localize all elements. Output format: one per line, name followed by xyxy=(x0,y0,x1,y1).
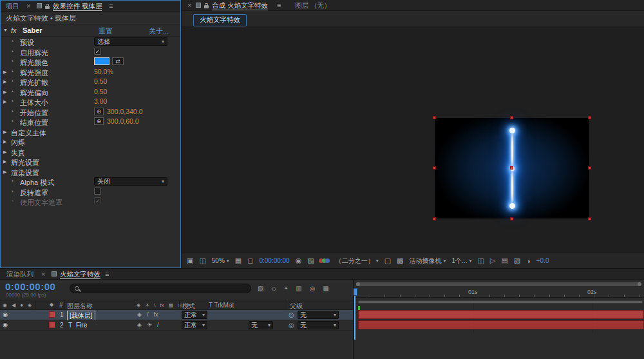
property-value[interactable]: 0.50 xyxy=(94,88,107,95)
preset-dropdown[interactable]: 选择▾ xyxy=(94,37,167,46)
quality-toggle-icon[interactable]: / xyxy=(157,322,159,328)
exposure-value[interactable]: +0.0 xyxy=(536,257,549,264)
eye-icon[interactable]: ◉ xyxy=(3,311,8,318)
search-input[interactable] xyxy=(70,284,251,293)
crosshair-icon[interactable]: ⊕ xyxy=(94,108,104,115)
stopwatch-icon[interactable]: ◔ xyxy=(10,178,14,184)
twirl-icon[interactable]: ▼ xyxy=(3,28,8,32)
region-of-interest-icon[interactable]: ▢ xyxy=(384,257,391,265)
panel-menu-icon[interactable]: ≡ xyxy=(109,2,113,10)
tab-composition[interactable]: 合成 火焰文字特效 xyxy=(212,1,268,10)
twirl-icon[interactable]: ▶ xyxy=(3,79,6,84)
exposure-icon[interactable]: ◑ xyxy=(526,257,531,265)
crosshair-icon[interactable]: ⊕ xyxy=(94,117,104,125)
trkmat-dropdown[interactable]: 无▾ xyxy=(249,321,273,329)
layer-label-color[interactable] xyxy=(49,311,55,318)
close-icon[interactable]: × xyxy=(187,1,191,9)
selection-handle[interactable] xyxy=(433,217,436,220)
layer-label-color[interactable] xyxy=(49,322,55,328)
composition-viewer[interactable] xyxy=(182,27,644,253)
reset-link[interactable]: 重置 xyxy=(99,26,113,36)
timeline-button-icon[interactable]: ▤ xyxy=(501,257,507,265)
stopwatch-icon[interactable]: ◔ xyxy=(10,78,14,84)
stopwatch-icon[interactable]: ◔ xyxy=(10,68,14,75)
twirl-icon[interactable]: ▶ xyxy=(3,90,6,95)
layer-duration-bar[interactable] xyxy=(358,320,644,329)
close-icon[interactable]: × xyxy=(41,270,45,278)
effect-name[interactable]: Saber xyxy=(23,26,43,34)
selection-handle[interactable] xyxy=(588,166,591,170)
flowchart-icon[interactable]: ▧ xyxy=(514,257,520,265)
stopwatch-icon[interactable]: ◔ xyxy=(10,108,14,115)
channels-icon[interactable] xyxy=(320,258,330,263)
property-value[interactable]: 0.50 xyxy=(94,77,107,85)
pick-whip-icon[interactable]: ◎ xyxy=(289,322,294,329)
comp-timecode[interactable]: 0:00:00:00 xyxy=(259,257,289,264)
monitor-icon[interactable]: ▣ xyxy=(187,257,193,265)
current-time-indicator[interactable] xyxy=(354,288,355,340)
show-snapshot-icon[interactable]: ▨ xyxy=(307,257,314,265)
camera-dropdown[interactable]: 活动摄像机▾ xyxy=(410,257,446,266)
blend-mode-dropdown[interactable]: 正常▾ xyxy=(182,311,207,319)
property-value[interactable]: 300.0,340.0 xyxy=(107,108,142,115)
checkbox[interactable]: ✓ xyxy=(94,48,101,55)
property-value[interactable]: 50.0% xyxy=(94,68,113,75)
grid-options-icon[interactable]: ▦ xyxy=(235,257,242,265)
selection-handle[interactable] xyxy=(510,116,513,119)
time-ruler[interactable]: 01s 02s xyxy=(354,288,644,298)
draft-3d-icon[interactable]: ◇ xyxy=(271,285,276,292)
comp-navigator-button[interactable]: 火焰文字特效 xyxy=(193,14,247,26)
zoom-dropdown[interactable]: 50%▾ xyxy=(212,257,229,264)
view-layout-dropdown[interactable]: 1个...▾ xyxy=(452,257,472,266)
stopwatch-icon[interactable]: ◔ xyxy=(10,58,14,64)
composition-viewport[interactable] xyxy=(435,118,589,218)
current-time-indicator-handle[interactable] xyxy=(353,288,357,296)
panel-menu-icon[interactable]: ≡ xyxy=(277,1,281,9)
stopwatch-icon[interactable]: ◔ xyxy=(10,38,14,44)
graph-editor-icon[interactable]: ▦ xyxy=(323,285,328,292)
work-area-bar[interactable] xyxy=(358,300,643,304)
property-value[interactable]: 300.0,60.0 xyxy=(107,117,139,125)
motion-blur-icon[interactable]: ◎ xyxy=(310,285,316,292)
twirl-icon[interactable]: ▶ xyxy=(3,99,6,104)
property-value[interactable]: 3.00 xyxy=(94,97,107,105)
parent-column-header[interactable]: 父级 xyxy=(290,302,303,311)
twirl-icon[interactable]: ▶ xyxy=(3,159,6,164)
layer-row[interactable]: ◉ 2 T Fire ◈ ☀ / 正常▾ 无▾ ◎ 无▾ xyxy=(0,320,353,331)
tab-timeline-comp[interactable]: 火焰文字特效 xyxy=(60,270,100,279)
checkbox[interactable] xyxy=(94,188,101,195)
mode-column-header[interactable]: 模式 xyxy=(182,302,195,311)
transparency-grid-icon[interactable]: ▩ xyxy=(397,257,403,265)
layer-name[interactable]: Fire xyxy=(76,322,87,329)
quality-toggle-icon[interactable]: / xyxy=(147,311,149,318)
resolution-dropdown[interactable]: （二分之一）▾ xyxy=(336,257,379,266)
saber-end-point[interactable] xyxy=(509,203,515,209)
stopwatch-icon[interactable]: ◔ xyxy=(10,48,14,55)
twirl-icon[interactable]: ▶ xyxy=(3,70,6,75)
tab-project[interactable]: 项目 xyxy=(6,2,19,11)
twirl-icon[interactable]: ▶ xyxy=(3,150,6,155)
stopwatch-icon[interactable]: ◔ xyxy=(10,118,14,124)
snapshot-icon[interactable]: ◉ xyxy=(296,257,302,265)
selection-handle[interactable] xyxy=(433,116,436,119)
selection-handle[interactable] xyxy=(588,116,591,119)
selection-handle[interactable] xyxy=(588,217,591,220)
fx-icon[interactable]: fx xyxy=(153,311,158,318)
tab-effect-controls[interactable]: 效果控件 载体层 xyxy=(53,2,102,11)
color-swatch[interactable] xyxy=(94,57,109,65)
frame-blend-icon[interactable]: ▥ xyxy=(296,285,301,292)
quality-icon[interactable]: ◈ xyxy=(137,311,142,318)
layer-name-column-header[interactable]: 图层名称 xyxy=(67,302,93,311)
blend-mode-dropdown[interactable]: 正常▾ xyxy=(182,321,207,329)
stopwatch-icon[interactable]: ◔ xyxy=(10,88,14,95)
parent-dropdown[interactable]: 无▾ xyxy=(298,311,339,319)
pick-whip-icon[interactable]: ◎ xyxy=(289,311,294,318)
tab-render-queue[interactable]: 渲染队列 xyxy=(6,270,33,279)
layer-duration-bar[interactable] xyxy=(358,310,644,319)
shy-icon[interactable]: ◓ xyxy=(284,285,288,292)
fast-previews-icon[interactable]: ▷ xyxy=(490,257,495,265)
timeline-navigator[interactable] xyxy=(356,282,641,286)
anchor-point-handle[interactable] xyxy=(510,166,513,170)
window-icon[interactable]: ◫ xyxy=(199,257,205,265)
collapse-icon[interactable]: ☀ xyxy=(147,322,152,328)
